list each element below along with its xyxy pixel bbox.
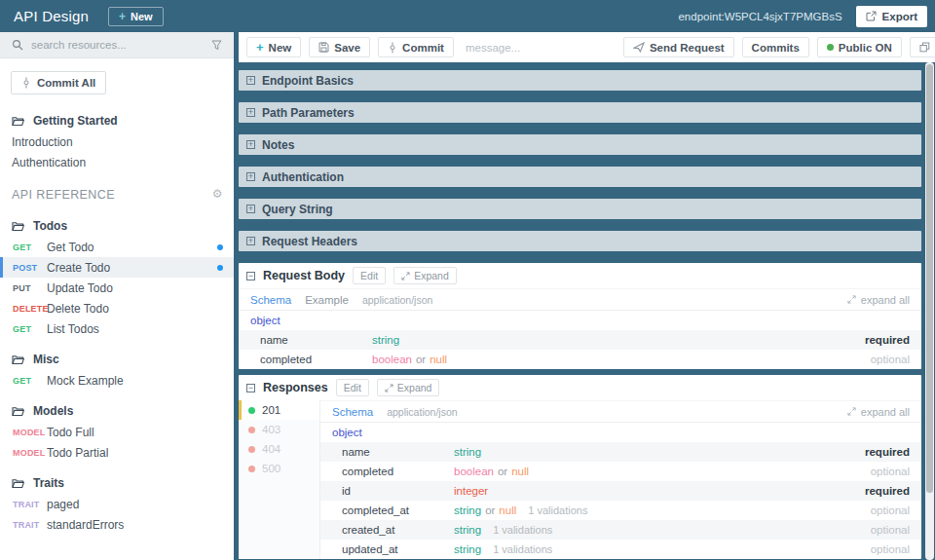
responses-tabs: Schemaapplication/jsonexpand all — [320, 400, 921, 423]
sidebar-item-delete-todo[interactable]: DELETEDelete Todo — [0, 298, 234, 318]
plus-icon: + — [256, 41, 264, 54]
status-code-403[interactable]: 403 — [239, 420, 319, 439]
new-button[interactable]: + New — [246, 37, 301, 57]
status-code-list: 201403404500 — [239, 400, 320, 559]
edit-button[interactable]: Edit — [336, 379, 369, 396]
status-code-label: 201 — [262, 404, 280, 416]
status-code-201[interactable]: 201 — [239, 400, 319, 420]
search-input[interactable] — [31, 39, 204, 51]
main-area: + New Save Commit Send Request Commits — [234, 32, 935, 560]
commits-button[interactable]: Commits — [742, 37, 809, 57]
folder-icon — [12, 116, 24, 127]
expand-all-button[interactable]: expand all — [847, 294, 910, 306]
type-segment: or — [485, 504, 495, 516]
responses-header[interactable]: − Responses Edit Expand — [239, 375, 921, 400]
responses-tab-schema[interactable]: Schema — [332, 406, 373, 418]
send-request-label: Send Request — [650, 42, 725, 54]
public-toggle-button[interactable]: Public ON — [817, 37, 902, 57]
commit-icon — [388, 42, 397, 54]
sidebar-folder-models[interactable]: Models — [0, 400, 234, 422]
sidebar-item-todo-full[interactable]: MODELTodo Full — [0, 422, 234, 442]
section-path-parameters[interactable]: +Path Parameters — [239, 102, 921, 123]
type-segment: null — [499, 504, 516, 516]
requirement-flag: optional — [871, 466, 921, 477]
section-label: Notes — [262, 138, 294, 152]
type-segment: or — [416, 354, 426, 365]
sidebar-item-authentication[interactable]: Authentication — [0, 152, 234, 172]
sidebar-item-mock-example[interactable]: GETMock Example — [0, 370, 234, 391]
sidebar-item-list-todos[interactable]: GETList Todos — [0, 318, 234, 339]
request-body-header[interactable]: − Request Body Edit Expand — [239, 263, 921, 288]
export-button[interactable]: Export — [856, 6, 927, 27]
header-new-button[interactable]: + New — [108, 7, 164, 26]
filter-icon[interactable] — [211, 40, 222, 51]
sidebar-item-update-todo[interactable]: PUTUpdate Todo — [0, 278, 234, 298]
property-name: name — [239, 334, 372, 346]
commits-label: Commits — [752, 42, 800, 54]
requirement-flag: optional — [871, 354, 921, 365]
info-dot — [217, 244, 223, 250]
request-body-tab-example[interactable]: Example — [305, 294, 349, 306]
schema-root-type[interactable]: object — [239, 311, 921, 330]
commit-message-input[interactable] — [466, 42, 616, 54]
property-name: completed — [239, 354, 372, 365]
section-endpoint-basics[interactable]: +Endpoint Basics — [239, 70, 921, 91]
collapse-icon: − — [246, 272, 255, 280]
property-name: completed_at — [320, 504, 454, 516]
status-code-404[interactable]: 404 — [239, 439, 319, 459]
schema-root-type[interactable]: object — [320, 423, 921, 442]
section-request-headers[interactable]: +Request Headers — [239, 231, 921, 251]
collapsed-icon: + — [246, 76, 255, 85]
section-notes[interactable]: +Notes — [239, 134, 921, 155]
request-body-tab-schema[interactable]: Schema — [250, 294, 291, 306]
gear-icon[interactable]: ⚙ — [212, 187, 223, 201]
property-types: string — [454, 524, 481, 536]
validations-label[interactable]: 1 validations — [528, 504, 587, 516]
expand-button[interactable]: Expand — [393, 267, 457, 284]
sidebar-item-introduction[interactable]: Introduction — [0, 131, 234, 152]
status-dot — [248, 407, 255, 414]
folder-icon — [12, 406, 24, 417]
requirement-flag: optional — [871, 524, 921, 536]
validations-label[interactable]: 1 validations — [493, 543, 552, 555]
status-dot — [248, 446, 255, 453]
save-button[interactable]: Save — [309, 37, 370, 57]
section-label: Path Parameters — [262, 106, 355, 120]
save-label: Save — [334, 42, 360, 54]
section-authentication[interactable]: +Authentication — [239, 167, 921, 187]
sidebar-item-standarderrors[interactable]: TRAITstandardErrors — [0, 514, 234, 535]
sidebar-folder-todos[interactable]: Todos — [0, 215, 234, 237]
property-name: id — [320, 485, 454, 497]
commit-all-button[interactable]: Commit All — [11, 71, 106, 94]
method-badge: TRAIT — [13, 520, 47, 530]
sidebar-item-todo-partial[interactable]: MODELTodo Partial — [0, 442, 234, 463]
external-link-icon — [866, 11, 877, 21]
validations-label[interactable]: 1 validations — [493, 524, 552, 536]
section-query-string[interactable]: +Query String — [239, 199, 921, 219]
method-badge: GET — [13, 376, 47, 386]
send-request-button[interactable]: Send Request — [623, 37, 734, 57]
sidebar-item-get-todo[interactable]: GETGet Todo — [0, 237, 234, 257]
expand-button[interactable]: Expand — [377, 379, 440, 396]
section-label: Endpoint Basics — [262, 74, 354, 88]
method-badge: TRAIT — [13, 500, 47, 509]
sidebar-item-create-todo[interactable]: POSTCreate Todo — [0, 257, 234, 278]
scrollbar[interactable] — [925, 62, 934, 560]
schema-row: namestringrequired — [239, 330, 921, 350]
endpoint-label: Mock Example — [47, 374, 124, 388]
scrollbar-thumb[interactable] — [926, 64, 933, 493]
plus-icon: + — [119, 10, 126, 23]
duplicate-button[interactable]: Duplicate — [910, 37, 935, 57]
sidebar-folder-misc[interactable]: Misc — [0, 349, 234, 370]
status-dot — [248, 466, 255, 472]
page-title: API Design — [14, 8, 89, 24]
type-segment: string — [454, 504, 481, 516]
edit-button[interactable]: Edit — [353, 267, 386, 284]
commit-button[interactable]: Commit — [378, 37, 454, 57]
status-code-500[interactable]: 500 — [239, 459, 319, 478]
sidebar-item-paged[interactable]: TRAITpaged — [0, 494, 234, 514]
sidebar-folder-traits[interactable]: Traits — [0, 472, 234, 494]
sidebar-folder-getting-started[interactable]: Getting Started — [0, 110, 234, 131]
expand-icon — [401, 272, 410, 280]
expand-all-button[interactable]: expand all — [847, 406, 910, 418]
